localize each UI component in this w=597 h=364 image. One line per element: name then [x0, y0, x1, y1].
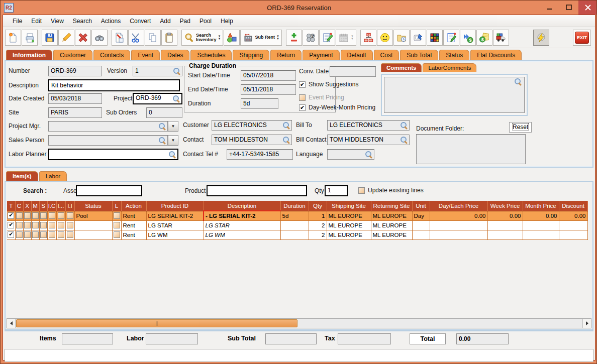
bill-to-field[interactable]: LG ELECTRONICS [327, 120, 410, 131]
menu-add[interactable]: Add [155, 16, 175, 26]
cut-button[interactable] [128, 30, 144, 46]
col-discount[interactable]: Discount [559, 201, 587, 211]
row1-m-checkbox[interactable] [32, 212, 39, 219]
row3-s-checkbox[interactable] [40, 231, 47, 238]
col-week-price[interactable]: Week Price [487, 201, 523, 211]
row1-day-price[interactable]: 0.00 [430, 211, 487, 220]
sales-person-search-icon[interactable] [159, 137, 166, 144]
customer-field[interactable]: LG ELECTRONICS [212, 120, 292, 131]
print-button[interactable] [22, 30, 38, 46]
tab-default[interactable]: Default [341, 50, 373, 60]
keyboard-button[interactable] [410, 30, 426, 46]
scroll-right-icon[interactable] [582, 319, 591, 328]
col-day-price[interactable]: Day/Each Price [430, 201, 487, 211]
row2-discount[interactable] [559, 220, 587, 230]
minimize-button[interactable] [540, 1, 559, 15]
new-document-button[interactable] [5, 30, 21, 46]
show-suggestions-checkbox[interactable] [299, 81, 306, 88]
tab-dates[interactable]: Dates [161, 50, 189, 60]
paste-button[interactable] [161, 30, 177, 46]
search-inventory-dropdown-icon[interactable]: ▼▼ [218, 35, 221, 40]
tab-return[interactable]: Return [270, 50, 302, 60]
row3-week-price[interactable] [487, 230, 523, 239]
row3-description[interactable]: LG WM [204, 230, 280, 239]
row3-status[interactable] [74, 230, 112, 239]
search-inventory-button[interactable]: SearchInventory ▼▼ [181, 30, 223, 46]
col-c[interactable]: C [15, 201, 23, 211]
day-week-month-checkbox[interactable] [299, 104, 306, 111]
bill-contact-search-icon[interactable] [401, 137, 408, 144]
table-row-3[interactable]: Rent LG WM LG WM 2 ML EUROPE ML EUROPE [7, 230, 587, 239]
tab-flat-discounts[interactable]: Flat Discounts [470, 50, 522, 60]
document-folder-field[interactable] [416, 134, 526, 164]
tab-event[interactable]: Event [131, 50, 160, 60]
row1-idots-checkbox[interactable] [58, 212, 64, 219]
update-existing-lines-checkbox[interactable] [358, 187, 365, 194]
scroll-left-icon[interactable] [7, 319, 16, 328]
tab-customer[interactable]: Customer [53, 50, 92, 60]
row2-unit[interactable] [412, 220, 430, 230]
row1-qty[interactable]: 1 [309, 211, 327, 220]
language-search-icon[interactable] [365, 151, 372, 158]
row2-idots-checkbox[interactable] [58, 222, 64, 228]
row2-status[interactable] [74, 220, 112, 230]
col-qty[interactable]: Qty [309, 201, 327, 211]
asset-input[interactable] [76, 185, 142, 196]
row1-unit[interactable]: Day [412, 211, 430, 220]
tab-items[interactable]: Item(s) [6, 171, 38, 181]
comments-search-icon[interactable] [515, 78, 522, 85]
row3-day-price[interactable] [430, 230, 487, 239]
row2-returning-site[interactable]: ML EUROPE [371, 220, 412, 230]
col-action[interactable]: Action [121, 201, 146, 211]
description-field[interactable]: Kit behavior [48, 79, 180, 91]
row2-ic-checkbox[interactable] [49, 222, 55, 228]
project-search-icon[interactable] [173, 95, 180, 102]
tab-shipping[interactable]: Shipping [233, 50, 269, 60]
col-x[interactable]: X [23, 201, 31, 211]
customer-search-icon[interactable] [283, 122, 290, 129]
row2-t-checkbox[interactable] [8, 222, 14, 228]
row3-returning-site[interactable]: ML EUROPE [371, 230, 412, 239]
col-l[interactable]: L [112, 201, 121, 211]
contact-search-icon[interactable] [283, 137, 290, 144]
menu-pool[interactable]: Pool [195, 16, 216, 26]
inventory-shapes-button[interactable] [224, 30, 240, 46]
row3-ii-checkbox[interactable] [67, 231, 73, 238]
project-mgr-dropdown[interactable]: ▼ [168, 121, 178, 132]
reset-button[interactable]: Reset [509, 122, 532, 133]
menu-edit[interactable]: Edit [27, 16, 46, 26]
row1-description[interactable]: - LG SERIAL KIT-2 [204, 211, 280, 220]
delivery-truck-button[interactable] [493, 30, 509, 46]
exit-button[interactable]: EXIT [573, 30, 591, 46]
edit-document-button[interactable] [443, 30, 459, 46]
row3-duration[interactable] [280, 230, 309, 239]
row1-product-id[interactable]: LG SERIAL KIT-2 [146, 211, 204, 220]
row3-x-checkbox[interactable] [24, 231, 31, 238]
col-description[interactable]: Description [204, 201, 280, 211]
qty-input[interactable]: 1 [325, 185, 348, 196]
col-ic[interactable]: I.C [47, 201, 56, 211]
row1-ii-checkbox[interactable] [67, 212, 73, 219]
tab-labor[interactable]: Labor [39, 171, 67, 181]
copy-button[interactable] [145, 30, 161, 46]
tab-labor-comments[interactable]: LaborComments [423, 63, 476, 72]
labor-planner-search-icon[interactable] [169, 151, 176, 158]
row1-discount[interactable]: 0.00 [559, 211, 587, 220]
row3-idots-checkbox[interactable] [58, 231, 64, 238]
tab-cost[interactable]: Cost [374, 50, 400, 60]
row2-c-checkbox[interactable] [16, 222, 23, 228]
convert-dollar-button[interactable]: $ [460, 30, 476, 46]
row3-action[interactable]: Rent [121, 230, 146, 239]
menu-convert[interactable]: Convert [125, 16, 155, 26]
menu-help[interactable]: Help [216, 16, 238, 26]
folder-time-button[interactable] [393, 30, 410, 46]
tab-contacts[interactable]: Contacts [93, 50, 130, 60]
row1-shipping-site[interactable]: ML EUROPE [327, 211, 371, 220]
export-report-button[interactable] [112, 30, 128, 46]
tab-payment[interactable]: Payment [303, 50, 339, 60]
row2-month-price[interactable] [523, 220, 559, 230]
tab-sub-total[interactable]: Sub Total [400, 50, 438, 60]
row2-duration[interactable] [280, 220, 309, 230]
col-m[interactable]: M [31, 201, 39, 211]
row3-c-checkbox[interactable] [16, 231, 23, 238]
